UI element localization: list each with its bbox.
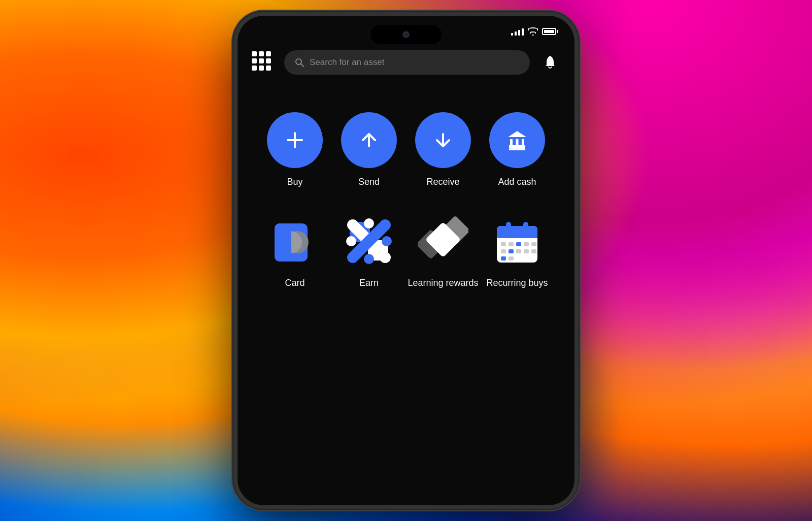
svg-rect-6 <box>509 145 525 148</box>
card-label: Card <box>285 277 304 289</box>
svg-rect-9 <box>516 139 519 145</box>
buy-action[interactable]: Buy <box>258 112 332 188</box>
svg-rect-34 <box>501 242 506 246</box>
signal-icon <box>511 27 524 36</box>
svg-rect-40 <box>509 249 514 253</box>
add-cash-label: Add cash <box>498 176 536 188</box>
silent-button <box>233 87 235 105</box>
svg-rect-39 <box>501 249 506 253</box>
buy-label: Buy <box>287 176 302 188</box>
svg-rect-8 <box>510 139 513 145</box>
svg-point-25 <box>382 236 392 246</box>
learning-rewards-action[interactable]: Learning rewards <box>406 213 480 289</box>
svg-rect-38 <box>531 242 536 246</box>
receive-label: Receive <box>426 176 459 188</box>
separator <box>238 82 574 82</box>
dynamic-island <box>370 25 442 44</box>
svg-rect-15 <box>275 223 291 262</box>
search-bar[interactable]: Search for an asset <box>284 50 530 75</box>
svg-point-24 <box>346 236 356 246</box>
add-cash-action[interactable]: Add cash <box>480 112 554 188</box>
bank-icon <box>504 127 530 153</box>
add-cash-icon-circle <box>489 112 545 168</box>
grid-menu-button[interactable] <box>252 51 274 74</box>
battery-icon <box>542 28 558 35</box>
search-icon <box>294 57 304 68</box>
phone-screen: Search for an asset <box>238 16 574 505</box>
plus-icon <box>284 129 306 151</box>
actions-grid: Buy Send <box>238 97 574 305</box>
svg-rect-42 <box>524 249 529 253</box>
svg-rect-41 <box>516 249 521 253</box>
learning-rewards-label: Learning rewards <box>408 277 478 289</box>
svg-rect-37 <box>524 242 529 246</box>
recurring-buys-action[interactable]: Recurring buys <box>480 213 554 289</box>
volume-up-button <box>233 117 235 143</box>
earn-label: Earn <box>359 277 379 289</box>
svg-rect-31 <box>497 232 537 238</box>
svg-point-23 <box>364 254 374 264</box>
learning-rewards-icon <box>415 213 471 269</box>
send-label: Send <box>358 176 380 188</box>
header: Search for an asset <box>238 50 574 75</box>
recurring-buys-label: Recurring buys <box>486 277 548 289</box>
receive-action[interactable]: Receive <box>406 112 480 188</box>
notification-bell-button[interactable] <box>540 52 560 73</box>
phone-frame: Search for an asset <box>233 12 579 509</box>
earn-action[interactable]: Earn <box>332 213 406 289</box>
card-action[interactable]: Card <box>258 213 332 289</box>
svg-rect-32 <box>506 222 511 231</box>
buy-icon-circle <box>267 112 323 168</box>
svg-rect-7 <box>509 148 525 150</box>
arrow-down-icon <box>432 129 454 151</box>
svg-marker-11 <box>508 131 526 137</box>
svg-point-22 <box>364 218 374 229</box>
svg-rect-36 <box>516 242 521 246</box>
svg-rect-44 <box>501 256 506 260</box>
svg-line-1 <box>301 64 303 67</box>
recurring-buys-icon <box>489 213 545 269</box>
arrow-up-icon <box>358 129 380 151</box>
svg-rect-43 <box>531 249 536 253</box>
receive-icon-circle <box>415 112 471 168</box>
power-button <box>577 122 579 160</box>
send-icon-circle <box>341 112 397 168</box>
volume-down-button <box>233 150 235 176</box>
wifi-icon <box>528 27 538 36</box>
camera-dot <box>403 31 409 38</box>
send-action[interactable]: Send <box>332 112 406 188</box>
card-icon <box>267 213 323 269</box>
svg-rect-35 <box>509 242 514 246</box>
earn-icon <box>341 213 397 269</box>
svg-rect-45 <box>509 256 514 260</box>
svg-rect-10 <box>522 139 524 145</box>
search-placeholder: Search for an asset <box>310 57 384 68</box>
status-icons <box>511 27 558 36</box>
svg-rect-33 <box>523 222 528 231</box>
